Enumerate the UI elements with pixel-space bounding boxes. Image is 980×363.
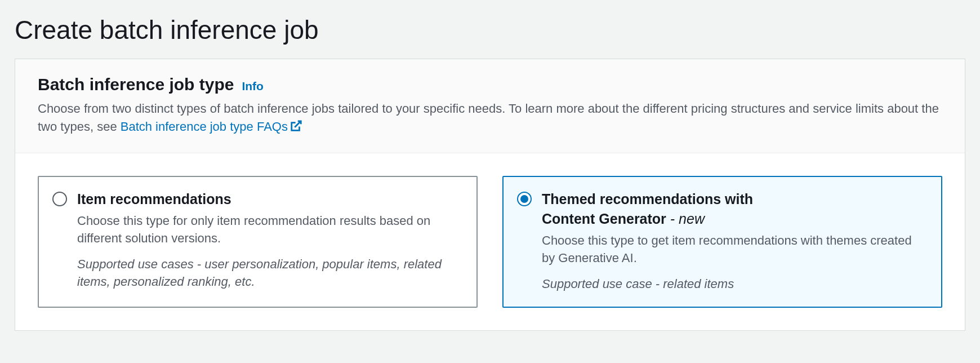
section-title: Batch inference job type — [38, 75, 234, 94]
option-description: Choose this type to get item recommendat… — [542, 232, 928, 267]
faq-link-text: Batch inference job type FAQs — [121, 119, 288, 134]
external-link-icon — [290, 119, 302, 137]
option-description: Choose this type for only item recommend… — [77, 213, 463, 247]
option-item-recommendations[interactable]: Item recommendations Choose this type fo… — [38, 176, 478, 308]
option-supported: Supported use cases - user personalizati… — [77, 256, 463, 291]
option-supported: Supported use case - related items — [542, 276, 928, 293]
panel-title-row: Batch inference job type Info — [38, 75, 942, 94]
job-type-panel: Batch inference job type Info Choose fro… — [15, 59, 965, 331]
new-badge: - new — [666, 211, 705, 227]
info-link[interactable]: Info — [242, 79, 263, 93]
options-container: Item recommendations Choose this type fo… — [15, 153, 965, 330]
option-title: Item recommendations — [77, 189, 463, 209]
panel-header: Batch inference job type Info Choose fro… — [15, 59, 965, 153]
radio-icon — [517, 192, 532, 206]
radio-icon — [52, 192, 67, 206]
option-title: Themed recommendations with Content Gene… — [542, 189, 928, 229]
faq-link[interactable]: Batch inference job type FAQs — [121, 119, 302, 134]
section-description: Choose from two distinct types of batch … — [38, 100, 942, 137]
tile-body: Themed recommendations with Content Gene… — [542, 189, 928, 293]
title-line1: Themed recommendations with — [542, 191, 753, 207]
page-title: Create batch inference job — [0, 0, 980, 59]
tile-body: Item recommendations Choose this type fo… — [77, 189, 463, 291]
option-themed-recommendations[interactable]: Themed recommendations with Content Gene… — [502, 176, 942, 308]
title-line2: Content Generator — [542, 211, 666, 227]
